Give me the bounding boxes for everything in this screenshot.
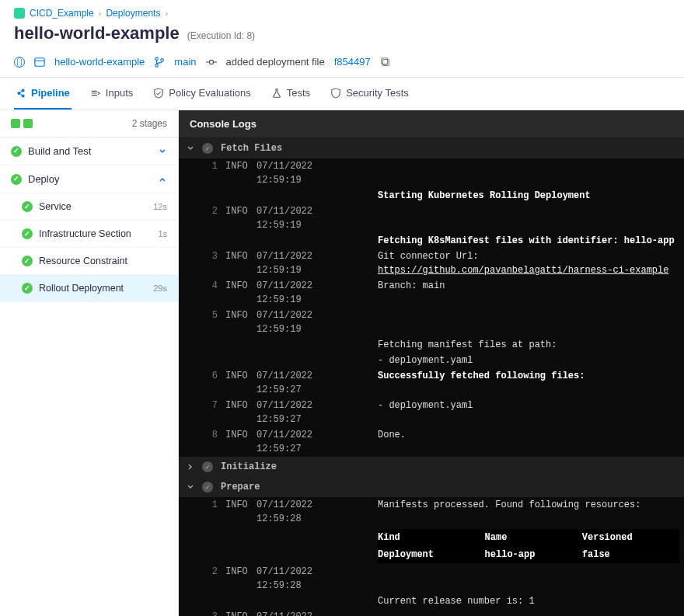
step-time: 12s [153, 202, 167, 211]
stage-block-icon [23, 119, 33, 128]
check-icon [22, 256, 33, 266]
project-icon [14, 8, 25, 19]
svg-point-5 [209, 60, 213, 64]
caret-right-icon [187, 463, 194, 471]
step-rollout-deployment[interactable]: Rollout Deployment 29s [0, 275, 178, 302]
log-line: 7INFO07/11/2022 12:59:27- deployment.yam… [179, 398, 684, 427]
log-line: 2INFO07/11/2022 12:59:19 [179, 204, 684, 233]
tab-bar: Pipeline Inputs Policy Evaluations Tests… [0, 77, 684, 110]
tab-label: Security Tests [346, 87, 409, 99]
tab-label: Inputs [106, 87, 133, 99]
chevron-up-icon [158, 175, 167, 184]
check-icon [11, 174, 22, 185]
step-resource-constraint[interactable]: Resource Constraint [0, 248, 178, 275]
branch-icon [154, 57, 165, 68]
stage-deploy[interactable]: Deploy [0, 165, 178, 193]
step-label: Infrastructure Section [39, 228, 131, 239]
title-row: hello-world-example (Execution Id: 8) [0, 22, 684, 53]
check-icon [202, 461, 213, 472]
metabar-commit-msg: added deployment file [226, 56, 325, 68]
svg-point-4 [161, 58, 164, 61]
tab-label: Policy Evaluations [169, 87, 251, 99]
stage-build-and-test[interactable]: Build and Test [0, 137, 178, 165]
tab-pipeline[interactable]: Pipeline [14, 78, 72, 110]
section-fetch-files[interactable]: Fetch Files [179, 138, 684, 158]
log-line: Fetching manifest files at path: [179, 337, 684, 353]
step-label: Service [39, 201, 72, 212]
stage-count: 2 stages [132, 118, 167, 129]
caret-down-icon [187, 144, 194, 152]
breadcrumb-deployments[interactable]: Deployments [106, 8, 160, 19]
step-time: 1s [158, 229, 167, 238]
chevron-right-icon: › [165, 9, 168, 18]
svg-rect-0 [35, 57, 44, 66]
breadcrumb-project[interactable]: CICD_Example [30, 8, 94, 19]
log-line: 4INFO07/11/2022 12:59:19Branch: main [179, 278, 684, 308]
step-label: Rollout Deployment [39, 283, 124, 294]
section-prepare[interactable]: Prepare [179, 477, 684, 497]
log-line: - deployment.yaml [179, 353, 684, 368]
check-icon [202, 143, 213, 154]
tab-security[interactable]: Security Tests [329, 78, 410, 110]
log-line: 3INFO07/11/2022 12:59:19Git connector Ur… [179, 249, 684, 278]
section-label: Prepare [221, 482, 260, 492]
pipeline-tab-icon [16, 88, 26, 99]
log-line: Fetching K8sManifest files with identifi… [179, 233, 684, 249]
execution-id: (Execution Id: 8) [187, 30, 255, 41]
check-icon [202, 482, 213, 492]
console-title: Console Logs [179, 110, 684, 138]
svg-point-3 [155, 64, 159, 67]
caret-down-icon [187, 483, 194, 491]
stage-summary: 2 stages [0, 110, 178, 137]
step-service[interactable]: Service 12s [0, 193, 178, 221]
console-panel: Console Logs Fetch Files 1INFO07/11/2022… [179, 110, 684, 616]
step-time: 29s [153, 284, 167, 293]
svg-rect-8 [382, 59, 389, 65]
step-infra[interactable]: Infrastructure Section 1s [0, 221, 178, 248]
log-table: KindNameVersionedDeploymenthello-appfals… [179, 527, 684, 564]
globe-icon[interactable] [14, 57, 25, 68]
log-line: 3INFO07/11/2022 12:59:28 [179, 609, 684, 616]
check-icon [22, 228, 33, 239]
metabar-commit-hash[interactable]: f854497 [334, 56, 371, 68]
copy-icon[interactable] [380, 57, 391, 68]
log-line: 6INFO07/11/2022 12:59:27Successfully fet… [179, 368, 684, 398]
log-line: 1INFO07/11/2022 12:59:28Manifests proces… [179, 497, 684, 527]
check-icon [11, 146, 22, 157]
log-line: 1INFO07/11/2022 12:59:19 [179, 158, 684, 188]
section-initialize[interactable]: Initialize [179, 457, 684, 477]
page-title: hello-world-example [14, 23, 180, 44]
log-line: Current release number is: 1 [179, 593, 684, 609]
stage-label: Deploy [28, 173, 59, 185]
log-line: 8INFO07/11/2022 12:59:27Done. [179, 427, 684, 457]
tab-label: Pipeline [31, 87, 70, 99]
stage-panel: 2 stages Build and Test Deploy Service 1… [0, 110, 179, 616]
section-label: Fetch Files [221, 143, 282, 154]
step-label: Resource Constraint [39, 256, 127, 266]
log-line: 5INFO07/11/2022 12:59:19 [179, 308, 684, 337]
check-icon [22, 201, 33, 212]
tab-inputs[interactable]: Inputs [89, 78, 134, 110]
pipeline-icon [34, 57, 45, 68]
stage-label: Build and Test [28, 145, 91, 157]
check-icon [22, 283, 33, 294]
stage-block-icon [11, 119, 20, 128]
tab-tests[interactable]: Tests [270, 78, 312, 110]
tab-label: Tests [287, 87, 310, 99]
chevron-down-icon [158, 147, 167, 156]
chevron-right-icon: › [99, 9, 102, 18]
inputs-icon [90, 88, 101, 99]
breadcrumb: CICD_Example › Deployments › [0, 0, 684, 22]
log-line: 2INFO07/11/2022 12:59:28 [179, 564, 684, 593]
shield-icon [153, 88, 164, 99]
log-line: Starting Kubernetes Rolling Deployment [179, 188, 684, 204]
security-icon [330, 88, 341, 99]
tab-policy[interactable]: Policy Evaluations [152, 78, 253, 110]
svg-point-2 [155, 57, 159, 60]
flask-icon [271, 88, 282, 99]
commit-icon [206, 57, 217, 68]
section-label: Initialize [221, 461, 277, 472]
metabar-branch[interactable]: main [174, 56, 196, 68]
svg-rect-9 [381, 57, 387, 64]
metabar-pipeline-link[interactable]: hello-world-example [54, 56, 145, 68]
